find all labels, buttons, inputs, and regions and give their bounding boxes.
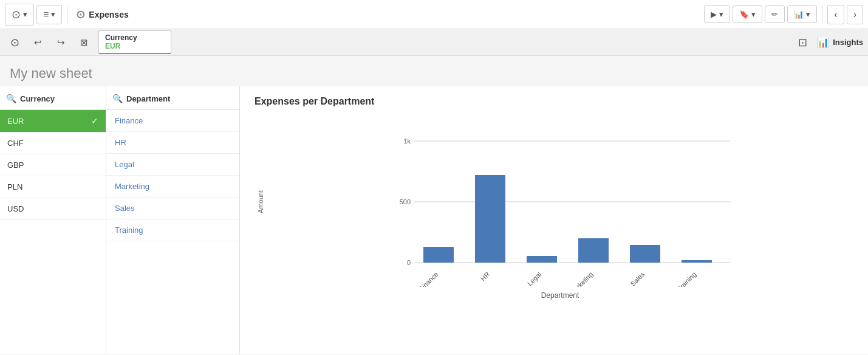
expand-button[interactable]: ⊡ [793,33,812,52]
check-icon: ✓ [91,116,98,126]
department-list: Finance HR Legal Marketing Sales Trainin… [106,110,239,241]
currency-item-label: GBP [7,160,24,170]
present-chevron: ▾ [719,10,723,19]
x-label-finance: Finance [417,271,439,287]
app-menu-chevron: ▾ [23,10,27,19]
svg-text:500: 500 [400,198,411,205]
department-panel: 🔍 Department Finance HR Legal Marketing … [106,86,240,354]
currency-item-label: PLN [7,182,22,191]
currency-search-icon: 🔍 [6,94,16,103]
y-axis-label: Amount [257,190,264,213]
app-compass-icon: ⊙ [12,8,21,21]
filter-bar-right: ⊡ 📊 Insights [793,33,863,52]
currency-panel: 🔍 Currency EUR ✓ CHF GBP PLN USD [0,86,106,354]
dept-item-finance[interactable]: Finance [106,110,239,132]
currency-item-gbp[interactable]: GBP [0,154,106,176]
bar-marketing[interactable] [578,238,609,263]
bookmark-chevron: ▾ [751,10,756,19]
chart-area: Expenses per Department Amount 1k 500 0 [240,86,868,354]
main-content: 🔍 Currency EUR ✓ CHF GBP PLN USD 🔍 [0,86,868,354]
app-circle-icon: ⊙ [76,8,85,21]
bar-chart: 1k 500 0 Finan [267,117,853,287]
currency-item-label: CHF [7,139,24,148]
forward-icon: › [853,9,856,20]
list-chevron: ▾ [51,10,55,19]
filter-tools: ⊙ ↩ ↪ ⊠ [5,33,94,52]
clear-icon: ⊠ [80,37,88,48]
bookmark-button[interactable]: 🔖 ▾ [733,5,762,23]
toolbar-separator-1 [67,5,67,24]
filter-bar: ⊙ ↩ ↪ ⊠ Currency EUR ⊡ 📊 Insights [0,29,868,56]
insights-chart-icon: 📊 [817,36,829,48]
currency-item-usd[interactable]: USD [0,198,106,220]
department-panel-title: Department [126,94,170,103]
currency-item-label: EUR [7,117,24,126]
main-toolbar: ⊙ ▾ ≡ ▾ ⊙ Expenses ▶ ▾ 🔖 ▾ ✏ 📊 ▾ ‹ [0,0,868,29]
filter-chip-value: EUR [105,42,165,50]
toolbar-right: ▶ ▾ 🔖 ▾ ✏ 📊 ▾ ‹ › [704,5,863,24]
bar-finance[interactable] [423,247,454,263]
bar-hr[interactable] [475,175,505,263]
filter-chip-label: Currency [105,33,165,42]
bar-legal[interactable] [527,256,557,263]
insights-label: Insights [833,38,863,47]
back-selection-icon: ↩ [34,37,42,48]
list-icon: ≡ [43,9,49,20]
currency-item-eur[interactable]: EUR ✓ [0,110,106,133]
pencil-icon: ✏ [771,10,778,19]
x-axis-label: Department [267,291,853,300]
chart-button[interactable]: 📊 ▾ [787,5,817,23]
sheet-title: My new sheet [10,66,858,81]
edit-button[interactable]: ✏ [765,5,785,23]
app-name: ⊙ Expenses [76,8,128,21]
sheet-title-bar: My new sheet [0,56,868,86]
back-button[interactable]: ‹ [827,5,844,24]
forward-selection-button[interactable]: ↪ [51,33,70,52]
currency-panel-header: 🔍 Currency [0,86,106,110]
currency-item-chf[interactable]: CHF [0,133,106,154]
department-panel-header: 🔍 Department [106,86,239,110]
dept-item-hr[interactable]: HR [106,132,239,154]
list-menu-button[interactable]: ≡ ▾ [36,5,62,24]
bar-training[interactable] [682,260,712,263]
toolbar-left: ⊙ ▾ ≡ ▾ ⊙ Expenses [5,4,129,26]
insights-button[interactable]: 📊 Insights [817,36,863,48]
dept-item-sales[interactable]: Sales [106,198,239,219]
currency-item-label: USD [7,204,24,213]
x-label-sales: Sales [629,271,646,287]
x-label-marketing: Marketing [569,271,595,287]
forward-selection-icon: ↪ [57,37,65,48]
app-menu-button[interactable]: ⊙ ▾ [5,4,34,26]
currency-item-pln[interactable]: PLN [0,176,106,198]
currency-filter-chip[interactable]: Currency EUR [98,30,171,54]
dept-item-marketing[interactable]: Marketing [106,176,239,198]
forward-button[interactable]: › [847,5,863,24]
dept-item-legal[interactable]: Legal [106,154,239,176]
bar-sales[interactable] [630,245,660,263]
lasso-select-button[interactable]: ⊙ [5,33,24,52]
currency-list: EUR ✓ CHF GBP PLN USD [0,110,106,220]
chart-icon: 📊 [794,10,804,19]
toolbar-separator-2 [822,5,822,24]
present-button[interactable]: ▶ ▾ [704,5,730,23]
svg-text:1k: 1k [403,137,411,145]
dept-item-training[interactable]: Training [106,219,239,241]
x-label-training: Training [675,271,697,287]
bookmark-icon: 🔖 [739,10,749,19]
clear-selection-button[interactable]: ⊠ [74,33,94,52]
x-label-hr: HR [479,271,491,283]
lasso-icon: ⊙ [10,36,19,49]
department-search-icon: 🔍 [112,94,123,103]
chart-chevron: ▾ [806,10,810,19]
x-label-legal: Legal [526,271,543,287]
present-icon: ▶ [711,10,717,19]
app-name-label: Expenses [89,10,128,19]
back-selection-button[interactable]: ↩ [28,33,47,52]
currency-panel-title: Currency [20,94,55,103]
svg-text:0: 0 [407,259,411,266]
back-icon: ‹ [834,9,837,20]
chart-title: Expenses per Department [255,96,853,107]
